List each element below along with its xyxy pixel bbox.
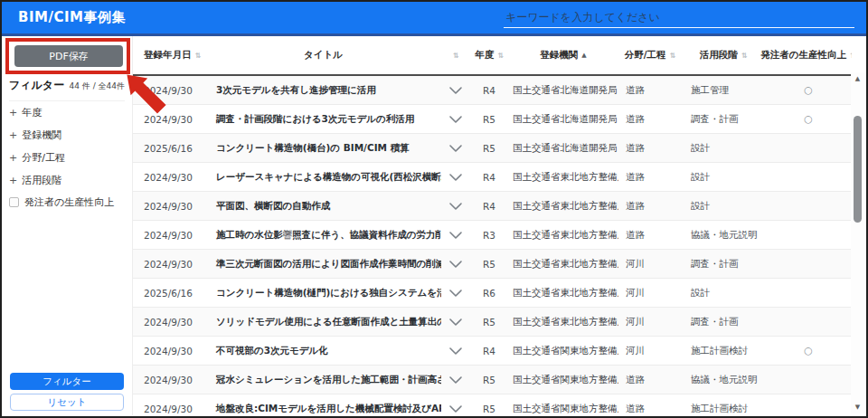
cell-organization: 国土交通省東北地方整備局 xyxy=(508,258,618,271)
table-row[interactable]: 2024/9/30 施工時の水位影響照査に伴う、協議資料作成の労力削減 R3 国… xyxy=(133,221,852,250)
checkbox-icon[interactable] xyxy=(9,197,19,207)
cell-productivity-mark: ○ xyxy=(765,345,852,356)
cell-title: コンクリート構造物(樋門)における独自システムを活用した３次元設計 xyxy=(205,287,441,299)
filter-group-organization[interactable]: +登録機関 xyxy=(9,124,128,147)
cell-title: 不可視部の3次元モデル化 xyxy=(205,345,441,357)
filter-apply-button[interactable]: フィルター xyxy=(10,373,124,390)
column-header-field[interactable]: 分野/工程 ⇅ xyxy=(618,49,682,62)
column-label: 年度 xyxy=(475,49,494,62)
cell-registration-date: 2024/9/30 xyxy=(133,230,205,241)
table-row[interactable]: 2024/9/30 ソリッドモデル使用による任意断面作成と土量算出の効率化 R5… xyxy=(133,308,852,337)
cell-year: R4 xyxy=(470,172,508,183)
cell-stage: 調査・計画 xyxy=(682,113,765,126)
table-row[interactable]: 2025/6/16 コンクリート構造物(橋台)の BIM/CIM 積算 R5 国… xyxy=(133,134,852,163)
chevron-down-icon[interactable] xyxy=(441,232,470,239)
sort-icon[interactable]: ⇅ xyxy=(670,52,676,60)
table-row[interactable]: 2024/9/30 調査・計画段階における3次元モデルの利活用 R5 国土交通省… xyxy=(133,105,852,134)
filter-group-label: 活用段階 xyxy=(22,175,61,186)
cell-organization: 国土交通省東北地方整備局 xyxy=(508,287,618,299)
table-row[interactable]: 2024/9/30 地盤改良:CIMモデルを活用した機械配置検討及びARを活用し… xyxy=(133,394,852,415)
chevron-down-icon[interactable] xyxy=(441,290,470,297)
sort-icon[interactable]: ⇅ xyxy=(850,52,852,60)
expand-plus-icon: + xyxy=(9,152,17,164)
cell-organization: 国土交通省東北地方整備局 xyxy=(508,200,618,213)
cell-organization: 国土交通省東北地方整備局 xyxy=(508,316,618,328)
chevron-down-icon[interactable] xyxy=(441,116,470,123)
column-header-organization[interactable]: 登録機関 ▲ xyxy=(508,49,618,62)
filter-checkbox-productivity[interactable]: 発注者の生産性向上 xyxy=(9,192,128,213)
table-row[interactable]: 2024/9/30 レーザースキャナによる構造物の可視化(西松沢横断歩道橋) R… xyxy=(133,163,852,192)
filter-group-stage[interactable]: +活用段階 xyxy=(9,169,128,192)
chevron-down-icon[interactable] xyxy=(441,145,470,152)
filter-heading: フィルター xyxy=(9,78,64,93)
cell-stage: 調査・計画 xyxy=(682,316,765,328)
cell-stage: 調査・計画 xyxy=(682,258,765,271)
cell-productivity-mark: ○ xyxy=(765,84,852,96)
cell-stage: 設計 xyxy=(682,171,765,184)
chevron-down-icon[interactable] xyxy=(441,318,470,326)
table-body: 2024/9/30 3次元モデルを共有し進捗管理に活用 R4 国土交通省北海道開… xyxy=(133,76,852,415)
sort-icon[interactable]: ⇅ xyxy=(741,52,748,60)
chevron-down-icon[interactable] xyxy=(441,376,470,384)
sort-icon[interactable]: ⇅ xyxy=(195,52,202,60)
column-header-year[interactable]: 年度 ⇅ xyxy=(470,49,508,62)
scroll-up-icon[interactable]: ▲ xyxy=(851,75,864,82)
scrollbar-thumb[interactable] xyxy=(854,116,862,223)
cell-year: R5 xyxy=(470,404,508,414)
cell-year: R4 xyxy=(470,201,508,212)
chevron-down-icon[interactable] xyxy=(441,405,470,413)
cell-organization: 国土交通省北海道開発局 xyxy=(508,84,618,97)
cell-stage: 協議・地元説明 xyxy=(682,229,765,242)
column-label: 分野/工程 xyxy=(625,49,666,62)
cell-registration-date: 2025/6/16 xyxy=(133,288,205,299)
filter-reset-button[interactable]: リセット xyxy=(10,394,124,411)
cell-title: 3次元モデルを共有し進捗管理に活用 xyxy=(205,84,441,97)
chevron-down-icon[interactable] xyxy=(441,174,470,181)
chevron-down-icon[interactable] xyxy=(441,203,470,210)
cell-organization: 国土交通省北海道開発局 xyxy=(508,142,618,155)
sort-icon[interactable]: ⇅ xyxy=(453,52,459,60)
filter-group-label: 分野/工程 xyxy=(22,152,65,164)
filter-group-year[interactable]: +年度 xyxy=(9,101,128,124)
cell-title: 冠水シミュレーションを活用した施工範囲・計画高さの妥当性確認 xyxy=(205,374,441,386)
scroll-down-icon[interactable]: ▼ xyxy=(851,404,864,411)
filter-group-field[interactable]: +分野/工程 xyxy=(9,147,128,169)
vertical-scrollbar[interactable]: ▲ ▼ xyxy=(851,72,864,413)
cell-title: 平面図、横断図の自動作成 xyxy=(205,200,441,213)
cell-registration-date: 2024/9/30 xyxy=(133,85,205,96)
filter-header: フィルター 44 件 / 全44件 xyxy=(9,78,125,101)
search-input[interactable] xyxy=(504,5,854,28)
cell-field: 道路 xyxy=(618,200,682,213)
cell-field: 河川 xyxy=(618,345,682,357)
table-row[interactable]: 2025/6/16 コンクリート構造物(樋門)における独自システムを活用した３次… xyxy=(133,279,852,308)
app-title: BIM/CIM事例集 xyxy=(2,9,126,26)
cell-title: 地盤改良:CIMモデルを活用した機械配置検討及びARを活用した現地確認 xyxy=(205,403,441,415)
column-header-date[interactable]: 登録年月日 ⇅ xyxy=(133,49,205,62)
table-row[interactable]: 2024/9/30 不可視部の3次元モデル化 R4 国土交通省関東地方整備局 河… xyxy=(133,337,852,366)
chevron-down-icon[interactable] xyxy=(441,87,470,94)
cell-year: R5 xyxy=(470,114,508,125)
sort-icon[interactable]: ⇅ xyxy=(497,52,504,60)
sort-ascending-icon[interactable]: ▲ xyxy=(581,52,586,59)
cell-field: 道路 xyxy=(618,374,682,386)
column-header-productivity[interactable]: 発注者の生産性向上 ⇅ xyxy=(765,49,852,62)
cell-title: 施工時の水位影響照査に伴う、協議資料作成の労力削減 xyxy=(205,229,441,242)
table-header: 登録年月日 ⇅ タイトル ⇅ 年度 ⇅ 登録機関 ▲ 分野/ xyxy=(133,36,852,76)
table-row[interactable]: 2024/9/30 平面図、横断図の自動作成 R4 国土交通省東北地方整備局 道… xyxy=(133,192,852,221)
cell-organization: 国土交通省関東地方整備局 xyxy=(508,374,618,386)
pdf-save-button[interactable]: PDF保存 xyxy=(14,45,123,67)
filter-count: 44 件 / 全44件 xyxy=(69,81,125,92)
chevron-down-icon[interactable] xyxy=(441,347,470,355)
cell-title: 調査・計画段階における3次元モデルの利活用 xyxy=(205,113,441,126)
column-header-title[interactable]: タイトル xyxy=(205,49,441,62)
chevron-down-icon[interactable] xyxy=(441,261,470,268)
column-header-title-sort[interactable]: ⇅ xyxy=(441,52,470,60)
column-header-stage[interactable]: 活用段階 ⇅ xyxy=(682,49,765,62)
filter-group-label: 登録機関 xyxy=(22,129,61,141)
table-row[interactable]: 2024/9/30 3次元モデルを共有し進捗管理に活用 R4 国土交通省北海道開… xyxy=(133,76,852,105)
table-row[interactable]: 2024/9/30 冠水シミュレーションを活用した施工範囲・計画高さの妥当性確認… xyxy=(133,366,852,394)
expand-plus-icon: + xyxy=(9,129,17,141)
table-row[interactable]: 2024/9/30 準三次元断面図の活用により図面作成作業時間の削減 R5 国土… xyxy=(133,250,852,279)
column-label: タイトル xyxy=(304,49,343,62)
cell-stage: 施工計画検討 xyxy=(682,345,765,357)
